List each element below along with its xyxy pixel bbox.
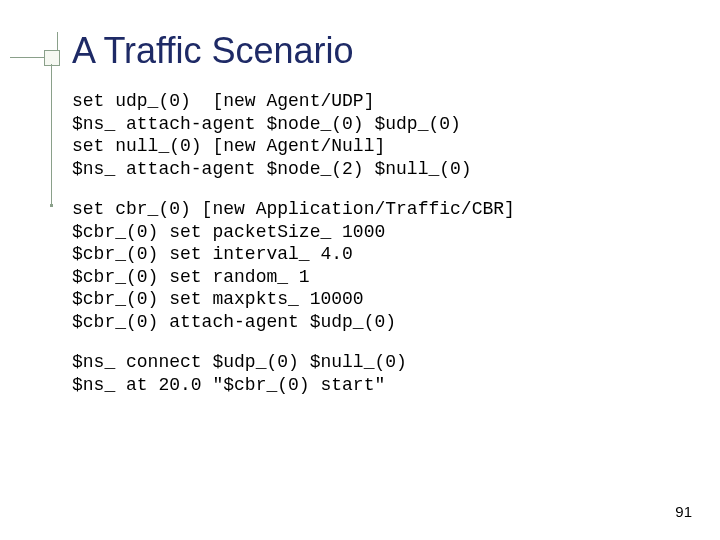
decoration-line (10, 57, 44, 58)
slide: A Traffic Scenario set udp_(0) [new Agen… (0, 0, 720, 540)
decoration-dot-icon (50, 204, 53, 207)
decoration-line (51, 64, 52, 204)
spacer (72, 333, 660, 351)
code-block-3: $ns_ connect $udp_(0) $null_(0) $ns_ at … (72, 351, 660, 396)
spacer (72, 180, 660, 198)
slide-title: A Traffic Scenario (72, 30, 660, 72)
decoration-box-icon (44, 50, 60, 66)
page-number: 91 (675, 503, 692, 520)
code-block-1: set udp_(0) [new Agent/UDP] $ns_ attach-… (72, 90, 660, 180)
code-block-2: set cbr_(0) [new Application/Traffic/CBR… (72, 198, 660, 333)
